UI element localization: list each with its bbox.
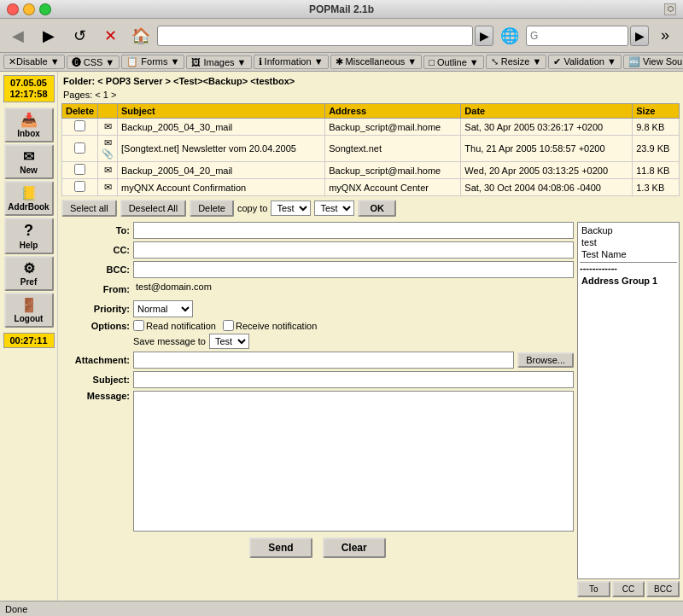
row3-address: Backup_script@mail.home: [325, 162, 461, 179]
addr-action-buttons: To CC BCC: [577, 581, 680, 597]
back-button[interactable]: ◀: [3, 21, 32, 50]
cc-row: CC:: [61, 241, 574, 259]
forward-button[interactable]: ▶: [34, 21, 63, 50]
subject-row: Subject:: [61, 371, 574, 388]
message-textarea[interactable]: [133, 391, 574, 532]
read-notification-text: Read notification: [146, 321, 216, 331]
compose-form: To: CC: BCC: From: test@domain.com Prior…: [61, 222, 574, 597]
globe-button[interactable]: 🌐: [495, 21, 524, 50]
col-delete: Delete: [62, 104, 98, 119]
copy-to-folder-select[interactable]: Test: [314, 200, 354, 216]
priority-label: Priority:: [61, 304, 130, 314]
addr-group1[interactable]: Address Group 1: [580, 275, 677, 287]
devtool-css[interactable]: 🅒 CSS ▼: [67, 55, 120, 69]
deselect-all-button[interactable]: Deselect All: [120, 200, 186, 217]
copy-to-select[interactable]: Test: [271, 200, 311, 216]
sidebar-btn-help[interactable]: ? Help: [4, 218, 54, 254]
cc-input[interactable]: [133, 241, 574, 259]
receive-notification-label: Receive notification: [223, 320, 317, 331]
sidebar-label-logout: Logout: [15, 314, 44, 323]
browse-button[interactable]: Browse...: [517, 352, 574, 368]
stop-button[interactable]: ✕: [96, 21, 125, 50]
subject-input[interactable]: [133, 371, 574, 388]
addr-cc-button[interactable]: CC: [612, 581, 645, 597]
email-icon: ✉📎: [102, 137, 114, 159]
addr-entry-test[interactable]: test: [580, 236, 677, 248]
devtool-viewsource[interactable]: 🔤 View Source: [623, 55, 683, 69]
addr-entry-testname[interactable]: Test Name: [580, 248, 677, 260]
search-go-button[interactable]: ▶: [630, 26, 649, 46]
bcc-label: BCC:: [61, 264, 130, 275]
devtool-resize[interactable]: ⤡ Resize ▼: [486, 55, 547, 69]
devtool-disable[interactable]: ✕Disable ▼: [3, 55, 65, 69]
message-label: Message:: [61, 391, 130, 401]
url-go-button[interactable]: ▶: [475, 26, 493, 46]
row3-checkbox[interactable]: [74, 164, 85, 175]
row3-subject[interactable]: Backup_2005_04_20_mail: [118, 162, 325, 179]
row1-subject[interactable]: Backup_2005_04_30_mail: [118, 119, 325, 136]
sidebar-time: 12:17:58: [8, 89, 50, 100]
minimize-button[interactable]: [23, 3, 35, 15]
more-nav-button[interactable]: »: [651, 21, 680, 50]
row1-date: Sat, 30 Apr 2005 03:26:17 +0200: [461, 119, 633, 136]
devtool-information[interactable]: ℹ Information ▼: [254, 55, 329, 69]
folder-path-text: Folder: < POP3 Server > <Test><Backup> <…: [63, 76, 295, 86]
close-button[interactable]: [7, 3, 19, 15]
logout-icon: 🚪: [20, 297, 38, 313]
bcc-row: BCC:: [61, 261, 574, 278]
table-row: ✉📎 [Songtext.net] Newsletter vom 20.04.2…: [62, 136, 680, 162]
to-input[interactable]: [133, 222, 574, 239]
attachment-input[interactable]: [133, 352, 514, 369]
receive-notification-checkbox[interactable]: [223, 320, 234, 331]
devtool-outline[interactable]: □ Outline ▼: [423, 55, 484, 69]
bottom-row: Send Clear: [61, 534, 574, 561]
window-title: POPMail 2.1b: [309, 3, 374, 15]
priority-select[interactable]: Normal High Low: [133, 300, 193, 317]
clear-button[interactable]: Clear: [323, 538, 386, 558]
options-label: Options:: [61, 321, 130, 331]
home-button[interactable]: 🏠: [126, 21, 155, 50]
read-notification-checkbox[interactable]: [133, 320, 144, 331]
addr-entry-backup[interactable]: Backup: [580, 224, 677, 236]
save-folder-select[interactable]: Test: [209, 334, 249, 349]
row2-checkbox[interactable]: [74, 142, 85, 154]
row3-size: 11.8 KB: [633, 162, 680, 179]
email-icon: ✉: [104, 182, 112, 192]
row4-size: 1.3 KB: [633, 179, 680, 196]
delete-button[interactable]: Delete: [190, 200, 234, 217]
sidebar-label-addrbook: AddrBook: [8, 202, 49, 212]
addr-bcc-button[interactable]: BCC: [646, 581, 680, 597]
status-text: Done: [5, 604, 27, 614]
row4-checkbox[interactable]: [74, 181, 85, 192]
maximize-button[interactable]: [39, 3, 51, 15]
message-row: Message:: [61, 391, 574, 532]
sidebar-btn-logout[interactable]: 🚪 Logout: [4, 293, 54, 328]
from-value: test@domain.com: [133, 281, 574, 298]
ok-button[interactable]: OK: [358, 200, 396, 217]
row4-subject[interactable]: myQNX Account Confirmation: [118, 179, 325, 196]
sidebar-btn-new[interactable]: ✉ New: [4, 144, 54, 179]
devtool-images[interactable]: 🖼 Images ▼: [186, 55, 251, 69]
sidebar-btn-inbox[interactable]: 📥 Inbox: [4, 108, 54, 142]
email-icon: ✉: [104, 165, 112, 175]
options-checkboxes: Read notification Receive notification: [133, 320, 317, 331]
reload-button[interactable]: ↺: [65, 21, 94, 50]
search-input[interactable]: [526, 26, 628, 46]
devtool-forms[interactable]: 📋 Forms ▼: [121, 55, 184, 69]
resize-icon[interactable]: ⬡: [664, 3, 676, 15]
address-list[interactable]: Backup test Test Name ------------ Addre…: [577, 222, 680, 579]
sidebar-btn-addrbook[interactable]: 📒 AddrBook: [4, 181, 54, 216]
row2-subject[interactable]: [Songtext.net] Newsletter vom 20.04.2005: [118, 136, 325, 162]
priority-row: Priority: Normal High Low: [61, 300, 574, 317]
addr-to-button[interactable]: To: [577, 581, 610, 597]
row1-checkbox[interactable]: [74, 120, 85, 131]
url-input[interactable]: [157, 26, 473, 46]
col-date: Date: [461, 104, 633, 119]
devtool-miscellaneous[interactable]: ✱ Miscellaneous ▼: [330, 55, 423, 69]
sidebar-btn-pref[interactable]: ⚙ Pref: [4, 256, 54, 291]
send-button[interactable]: Send: [249, 538, 312, 558]
devtool-validation[interactable]: ✔ Validation ▼: [548, 55, 622, 69]
bcc-input[interactable]: [133, 261, 574, 278]
select-all-button[interactable]: Select all: [61, 200, 117, 217]
col-subject: Subject: [118, 104, 325, 119]
